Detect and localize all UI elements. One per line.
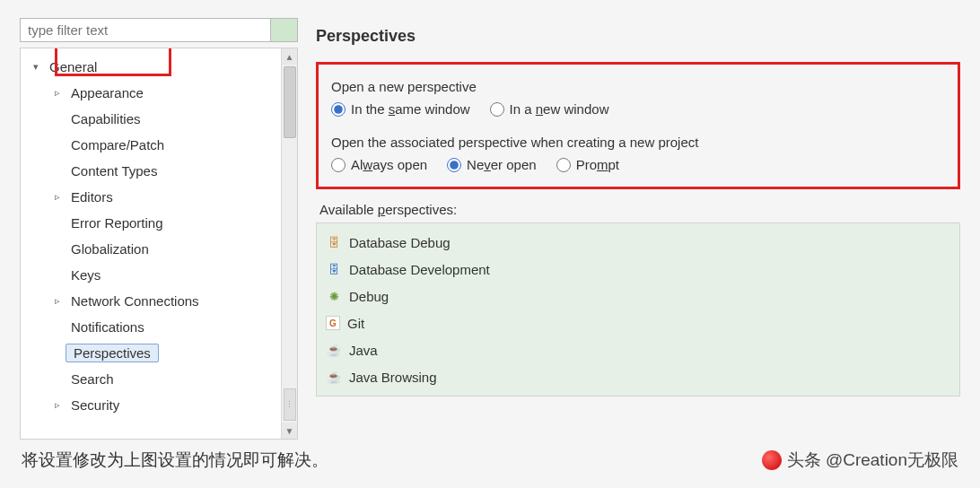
- list-item[interactable]: 🗄 Database Debug: [324, 229, 952, 256]
- chevron-right-icon: ▹: [49, 295, 66, 307]
- scroll-up-icon[interactable]: ▲: [282, 48, 297, 65]
- watermark: 头条 @Creation无极限: [762, 449, 958, 472]
- radio-always-open[interactable]: Always open: [331, 157, 427, 172]
- preferences-sidebar: ▾ General ▹ Appearance Capabilities Comp…: [20, 18, 298, 440]
- tree-scrollbar[interactable]: ▲ ⋮ ▼: [281, 48, 297, 439]
- list-item[interactable]: ✺ Debug: [324, 283, 952, 309]
- open-perspective-heading: Open a new perspective: [331, 79, 945, 94]
- tree-item-network-connections[interactable]: ▹ Network Connections: [21, 288, 281, 314]
- radio-same-window-input[interactable]: [331, 102, 346, 117]
- tree-item-appearance[interactable]: ▹ Appearance: [21, 80, 281, 106]
- page-title: Perspectives: [316, 27, 960, 46]
- scroll-thumb[interactable]: [284, 66, 296, 138]
- tree-item-content-types[interactable]: Content Types: [21, 158, 281, 184]
- java-browsing-icon: ☕: [326, 369, 342, 385]
- tree-item-notifications[interactable]: Notifications: [21, 314, 281, 340]
- scroll-down-icon[interactable]: ▼: [282, 423, 297, 439]
- tree-item-general[interactable]: ▾ General: [21, 54, 281, 80]
- radio-same-window[interactable]: In the same window: [331, 101, 470, 117]
- radio-never-open[interactable]: Never open: [447, 157, 537, 172]
- footer-note: 将设置修改为上图设置的情况即可解决。: [22, 449, 328, 472]
- chevron-down-icon: ▾: [28, 61, 44, 73]
- tree-item-globalization[interactable]: Globalization: [21, 236, 281, 262]
- tree-item-compare-patch[interactable]: Compare/Patch: [21, 132, 281, 158]
- tree-item-editors[interactable]: ▹ Editors: [21, 184, 281, 210]
- radio-prompt-input[interactable]: [556, 158, 571, 172]
- chevron-right-icon: ▹: [49, 87, 66, 99]
- tree-item-search[interactable]: Search: [21, 366, 281, 392]
- list-item[interactable]: ☕ Java: [324, 336, 952, 363]
- article-footer: 将设置修改为上图设置的情况即可解决。 头条 @Creation无极限: [0, 440, 980, 472]
- tree-item-perspectives[interactable]: Perspectives: [21, 340, 281, 366]
- git-icon: G: [326, 316, 340, 330]
- radio-new-window-input[interactable]: [490, 102, 504, 117]
- tree-item-keys[interactable]: Keys: [21, 262, 281, 288]
- radio-never-open-input[interactable]: [447, 158, 461, 172]
- list-item[interactable]: 🗄 Database Development: [324, 256, 952, 283]
- filter-input[interactable]: [20, 18, 271, 42]
- radio-new-window[interactable]: In a new window: [490, 101, 609, 117]
- list-item[interactable]: G Git: [324, 309, 952, 336]
- database-dev-icon: 🗄: [326, 261, 342, 277]
- preferences-tree[interactable]: ▾ General ▹ Appearance Capabilities Comp…: [21, 48, 281, 439]
- splitter-grip-icon[interactable]: ⋮: [284, 388, 296, 421]
- radio-always-open-input[interactable]: [331, 158, 346, 172]
- highlighted-settings-group: Open a new perspective In the same windo…: [316, 62, 960, 189]
- chevron-right-icon: ▹: [49, 399, 66, 411]
- preferences-content: Perspectives Open a new perspective In t…: [316, 18, 960, 440]
- list-item[interactable]: ☕ Java Browsing: [324, 363, 952, 390]
- database-debug-icon: 🗄: [326, 234, 342, 250]
- tree-item-security[interactable]: ▹ Security: [21, 392, 281, 418]
- java-icon: ☕: [326, 342, 342, 358]
- tree-item-capabilities[interactable]: Capabilities: [21, 106, 281, 132]
- tree-item-error-reporting[interactable]: Error Reporting: [21, 210, 281, 236]
- filter-clear-button[interactable]: [271, 18, 298, 42]
- watermark-icon: [762, 450, 782, 470]
- available-perspectives-list[interactable]: 🗄 Database Debug 🗄 Database Development …: [316, 222, 960, 396]
- radio-prompt[interactable]: Prompt: [556, 157, 619, 172]
- chevron-right-icon: ▹: [49, 191, 66, 203]
- debug-icon: ✺: [326, 288, 342, 304]
- associated-perspective-heading: Open the associated perspective when cre…: [331, 135, 945, 150]
- available-perspectives-label: Available perspectives:: [319, 202, 960, 217]
